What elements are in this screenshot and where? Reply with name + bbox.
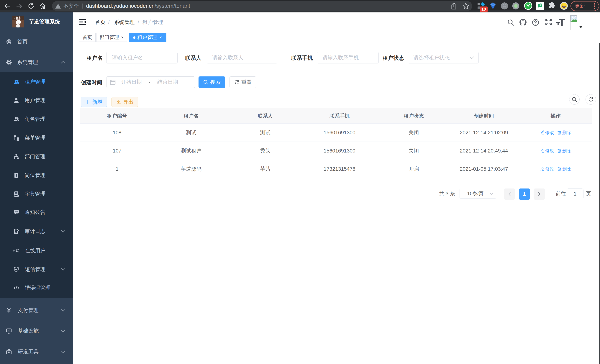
- svg-text:⌘: ⌘: [502, 3, 507, 8]
